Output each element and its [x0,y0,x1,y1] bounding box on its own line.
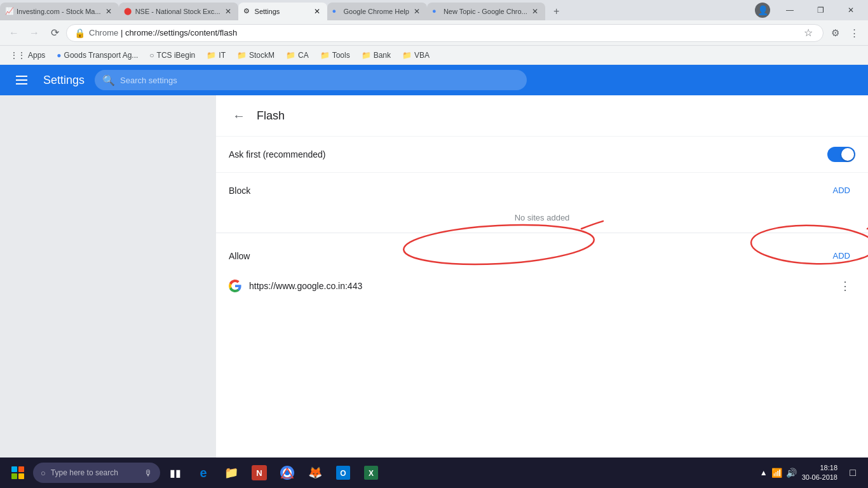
chrome-taskbar-icon [280,466,294,480]
bookmark-bank-label: Bank [374,51,391,60]
toggle-thumb [841,148,854,161]
bookmark-ca[interactable]: 📁 CA [281,49,314,62]
maximize-button[interactable]: ❐ [806,0,835,20]
tab-close-nse[interactable]: ✕ [223,6,233,17]
window-controls: — ❐ ✕ [775,0,868,20]
show-hidden-icons-button[interactable]: ▲ [760,468,768,477]
tab-favicon-settings: ⚙ [243,7,252,16]
tab-favicon-nse: ⬤ [124,7,133,16]
volume-icon: 🔊 [786,468,797,478]
flash-back-button[interactable]: ← [229,105,249,126]
svg-rect-0 [16,76,27,77]
allow-section: Allow ADD https://www.google.co.in:443 ⋮ [216,238,868,304]
bookmark-vba[interactable]: 📁 VBA [397,49,435,62]
tab-close-chrome-help[interactable]: ✕ [412,6,422,17]
site-more-button[interactable]: ⋮ [835,276,855,296]
tab-settings[interactable]: ⚙ Settings ✕ [238,3,327,20]
goods-transport-icon: ● [57,51,61,60]
extensions-button[interactable]: ⚙ [826,24,844,42]
lock-icon: 🔒 [74,28,85,38]
flash-header: ← Flash [216,95,868,137]
bookmark-tcs-ibegin[interactable]: ○ TCS iBegin [144,49,200,62]
allow-add-button[interactable]: ADD [828,248,855,263]
flash-content-panel: ← Flash Ask first (recommended) Block AD… [216,95,868,488]
file-explorer-button[interactable]: 📁 [219,460,244,485]
bookmark-it-label: IT [219,51,226,60]
new-tab-button[interactable]: + [548,3,566,20]
close-button[interactable]: ✕ [836,0,865,20]
folder-it-icon: 📁 [207,51,216,60]
block-add-button[interactable]: ADD [828,183,855,198]
tab-chrome-help[interactable]: ● Google Chrome Help ✕ [327,3,427,20]
edge-button[interactable]: e [191,460,216,485]
navbar-right: ⚙ ⋮ [826,24,863,42]
settings-search-input[interactable] [120,76,519,85]
bookmark-tools-label: Tools [332,51,350,60]
bookmark-stockm[interactable]: 📁 StockM [232,49,280,62]
minimize-button[interactable]: — [775,0,804,20]
tabs-area: 📈 Investing.com - Stock Ma... ✕ ⬤ NSE - … [0,0,750,20]
bookmark-ca-label: CA [298,51,309,60]
tab-investing[interactable]: 📈 Investing.com - Stock Ma... ✕ [0,3,119,20]
settings-search-bar[interactable]: 🔍 [95,70,527,90]
folder-vba-icon: 📁 [402,51,412,60]
google-favicon-icon [229,280,241,292]
forward-button[interactable]: → [25,24,43,42]
ask-first-toggle[interactable] [827,147,855,162]
bookmark-apps-label: Apps [28,51,45,60]
tab-close-new-topic[interactable]: ✕ [530,6,540,17]
taskbar: ○ Type here to search 🎙 ▮▮ e 📁 N 🦊 [0,458,868,488]
allow-label: Allow [229,251,828,261]
file-explorer-icon: 📁 [224,466,238,480]
bookmark-tools[interactable]: 📁 Tools [315,49,355,62]
tab-title-chrome-help: Google Chrome Help [344,8,409,15]
tab-title-investing: Investing.com - Stock Ma... [17,8,101,15]
tab-new-topic[interactable]: ● New Topic - Google Chro... ✕ [427,3,545,20]
tab-favicon-investing: 📈 [5,7,14,16]
chrome-taskbar-button[interactable] [275,460,300,485]
task-view-button[interactable]: ▮▮ [163,460,188,485]
chrome-menu-button[interactable]: ⋮ [845,24,863,42]
network-icon: 📶 [771,468,782,478]
address-bar[interactable]: 🔒 Chrome | chrome://settings/content/fla… [66,24,824,42]
hamburger-icon [16,76,27,85]
folder-tools-icon: 📁 [320,51,330,60]
user-avatar[interactable]: 👤 [755,3,770,18]
site-url-google: https://www.google.co.in:443 [249,281,827,291]
back-button[interactable]: ← [5,24,23,42]
outlook-taskbar-button[interactable]: O [330,460,356,485]
bookmark-goods-label: Goods Transport Ag... [64,51,139,60]
folder-stockm-icon: 📁 [237,51,247,60]
app-red-button[interactable]: N [247,460,272,485]
tab-nse[interactable]: ⬤ NSE - National Stock Exc... ✕ [119,3,238,20]
hamburger-menu-button[interactable] [10,69,33,92]
start-button[interactable] [5,460,31,485]
app-red-icon: N [252,465,267,480]
svg-text:X: X [369,469,374,478]
bookmark-vba-label: VBA [414,51,430,60]
windows-icon [11,466,24,479]
bookmark-star-icon[interactable]: ☆ [801,27,815,39]
firefox-icon: 🦊 [308,466,322,480]
refresh-button[interactable]: ⟳ [46,24,64,42]
excel-taskbar-button[interactable]: X [358,460,384,485]
tab-close-settings[interactable]: ✕ [312,6,322,17]
flash-page-title: Flash [257,109,285,123]
bookmark-bank[interactable]: 📁 Bank [356,49,396,62]
bookmark-stockm-label: StockM [249,51,275,60]
taskbar-search-area[interactable]: ○ Type here to search 🎙 [33,463,160,483]
bookmark-goods-transport[interactable]: ● Goods Transport Ag... [51,49,143,62]
firefox-taskbar-button[interactable]: 🦊 [302,460,328,485]
navbar: ← → ⟳ 🔒 Chrome | chrome://settings/conte… [0,20,868,46]
tab-close-investing[interactable]: ✕ [104,6,114,17]
tab-favicon-chrome-help: ● [332,7,341,16]
svg-text:O: O [340,469,346,478]
bookmark-tcs-label: TCS iBegin [157,51,196,60]
svg-text:N: N [256,468,262,478]
bookmark-it[interactable]: 📁 IT [201,49,231,62]
bookmark-apps[interactable]: ⋮⋮ Apps [5,49,50,62]
notification-center-button[interactable]: □ [843,463,863,483]
address-separator: | [121,28,125,37]
system-tray-icons: ▲ 📶 🔊 [760,468,797,478]
excel-icon: X [364,466,378,480]
